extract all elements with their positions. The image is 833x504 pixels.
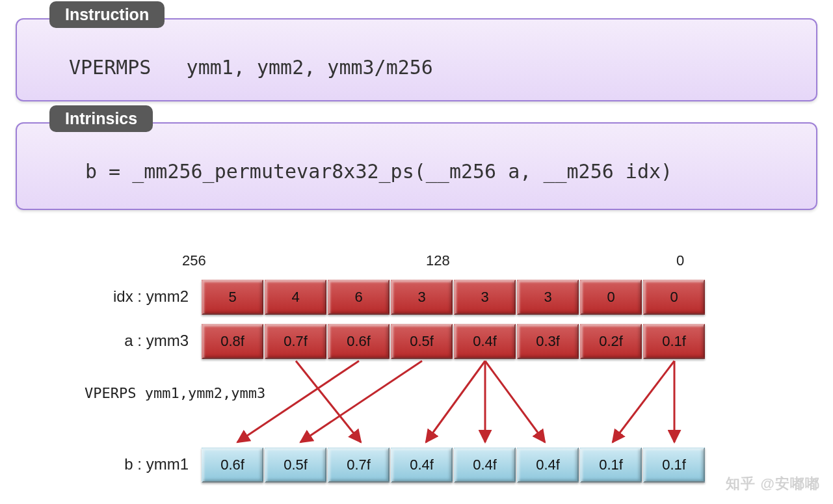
idx-cell: 3: [391, 280, 453, 315]
a-cell: 0.4f: [454, 324, 516, 359]
bit-label-0: 0: [676, 252, 684, 269]
svg-line-6: [613, 361, 674, 442]
row-label-idx: idx : ymm2: [78, 287, 189, 306]
b-cell: 0.4f: [517, 447, 579, 483]
row-label-a: a : ymm3: [78, 332, 189, 350]
a-cell: 0.5f: [391, 324, 453, 359]
svg-line-0: [237, 361, 359, 442]
instruction-box: Instruction VPERMPS ymm1, ymm2, ymm3/m25…: [16, 18, 817, 101]
idx-cell: 3: [454, 280, 516, 315]
intrinsics-tab: Intrinsics: [49, 105, 153, 132]
b-cell: 0.6f: [202, 447, 263, 483]
b-cell: 0.5f: [265, 447, 326, 483]
a-cell: 0.8f: [202, 324, 263, 359]
intrinsics-box: Intrinsics b = _mm256_permutevar8x32_ps(…: [16, 122, 817, 210]
bit-label-256: 256: [182, 252, 206, 269]
watermark-author: @安嘟嘟: [761, 475, 820, 492]
a-cell: 0.3f: [517, 324, 579, 359]
svg-line-1: [300, 361, 422, 442]
b-cell: 0.1f: [580, 447, 642, 483]
a-cell: 0.1f: [643, 324, 705, 359]
svg-line-5: [485, 361, 545, 442]
a-cell: 0.7f: [265, 324, 326, 359]
a-cell: 0.2f: [580, 324, 642, 359]
svg-line-2: [296, 361, 361, 442]
b-cell: 0.1f: [643, 447, 705, 483]
svg-line-3: [426, 361, 485, 442]
row-cells-a: 0.8f 0.7f 0.6f 0.5f 0.4f 0.3f 0.2f 0.1f: [202, 324, 705, 359]
idx-cell: 6: [328, 280, 390, 315]
watermark-brand: 知乎: [726, 475, 756, 492]
b-cell: 0.4f: [454, 447, 516, 483]
row-cells-b: 0.6f 0.5f 0.7f 0.4f 0.4f 0.4f 0.1f 0.1f: [202, 447, 705, 483]
row-cells-idx: 5 4 6 3 3 3 0 0: [202, 280, 705, 315]
bit-label-128: 128: [426, 252, 450, 269]
instruction-code: VPERMPS ymm1, ymm2, ymm3/m256: [69, 56, 433, 79]
a-cell: 0.6f: [328, 324, 390, 359]
b-cell: 0.7f: [328, 447, 390, 483]
intrinsics-code: b = _mm256_permutevar8x32_ps(__m256 a, _…: [85, 160, 672, 183]
instruction-tab: Instruction: [49, 1, 165, 28]
idx-cell: 5: [202, 280, 263, 315]
idx-cell: 0: [643, 280, 705, 315]
permute-diagram: 256 128 0 idx : ymm2 5 4 6 3 3 3 0 0 a :…: [0, 247, 833, 504]
b-cell: 0.4f: [391, 447, 453, 483]
watermark: 知乎 @安嘟嘟: [726, 474, 820, 494]
idx-cell: 3: [517, 280, 579, 315]
idx-cell: 4: [265, 280, 326, 315]
idx-cell: 0: [580, 280, 642, 315]
row-label-b: b : ymm1: [78, 455, 189, 473]
operation-label: VPERPS ymm1,ymm2,ymm3: [85, 385, 265, 401]
